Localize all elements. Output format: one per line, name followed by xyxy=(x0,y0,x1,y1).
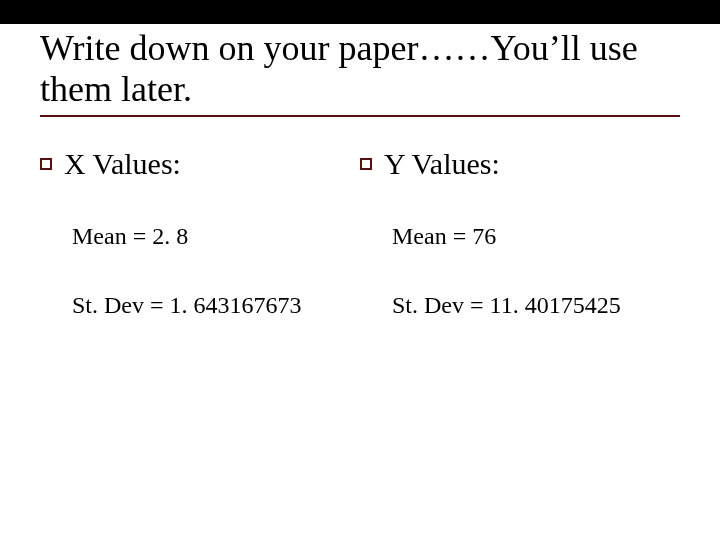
slide: Write down on your paper……You’ll use the… xyxy=(0,0,720,540)
y-stdev-value: St. Dev = 11. 40175425 xyxy=(392,292,680,319)
square-bullet-icon xyxy=(40,158,52,170)
content-area: X Values: Mean = 2. 8 St. Dev = 1. 64316… xyxy=(0,117,720,361)
x-values-heading-row: X Values: xyxy=(40,147,360,181)
slide-title: Write down on your paper……You’ll use the… xyxy=(0,24,720,111)
x-values-column: X Values: Mean = 2. 8 St. Dev = 1. 64316… xyxy=(40,147,360,361)
x-mean-value: Mean = 2. 8 xyxy=(72,223,360,250)
top-black-bar xyxy=(0,0,720,24)
y-mean-value: Mean = 76 xyxy=(392,223,680,250)
y-values-label: Y Values: xyxy=(384,147,500,181)
square-bullet-icon xyxy=(360,158,372,170)
x-stdev-value: St. Dev = 1. 643167673 xyxy=(72,292,360,319)
y-values-column: Y Values: Mean = 76 St. Dev = 11. 401754… xyxy=(360,147,680,361)
y-values-heading-row: Y Values: xyxy=(360,147,680,181)
x-values-label: X Values: xyxy=(64,147,181,181)
